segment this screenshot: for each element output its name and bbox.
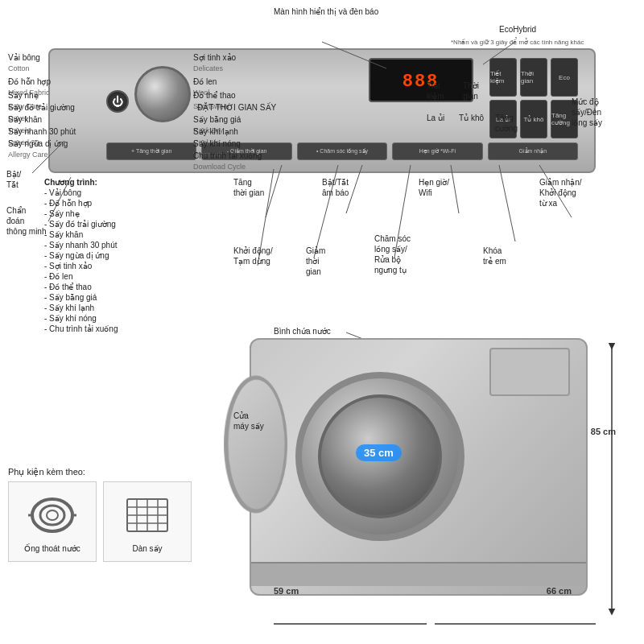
ong-thoat-label: Ống thoát nước — [24, 544, 80, 553]
bat-tat-label: Bật/Tắt — [6, 169, 21, 190]
tang-cuong-label: Tăngcường — [495, 113, 518, 134]
eco-hybrid-label: EcoHybrid — [499, 24, 536, 35]
door-open — [224, 367, 287, 522]
vai-bong-label: Vải bôngCotton — [8, 52, 40, 74]
machine-section: 35 cm 85 cm 59 cm 66 cm — [225, 314, 620, 612]
accessories-title: Phụ kiện kèm theo: — [8, 467, 217, 477]
muc-do-say-label: Mức độsấy/Đènlồng sấy — [572, 97, 602, 128]
ong-thoat-icon — [24, 491, 80, 539]
tiet-kiem-btn[interactable]: Tiết kiệm — [489, 58, 517, 97]
hen-gio-label: Hẹn giờ/Wifi — [419, 177, 449, 198]
tang-tg-btn[interactable]: + Tăng thời gian — [106, 142, 196, 160]
bottom-btn-row: + Tăng thời gian - Giảm thời gian • Chăm… — [106, 139, 578, 163]
chu-trinh-label: Chu trình tải xuốngDownload Cycle — [193, 151, 262, 172]
dan-say-svg — [123, 495, 171, 535]
hen-gio-btn[interactable]: Hẹn giờ *Wi-Fi — [392, 142, 482, 160]
control-panel: 888 Tiết kiệm Thời gian Eco La ủi Tủ khô… — [48, 48, 596, 173]
power-button[interactable] — [106, 90, 129, 113]
svg-point-18 — [40, 506, 64, 525]
thoi-gian-label: Thờigian — [463, 80, 479, 101]
machine-body: 35 cm — [250, 338, 588, 596]
main-container: 888 Tiết kiệm Thời gian Eco La ủi Tủ khô… — [0, 0, 644, 644]
cua-may-say-label: Cửamáy sấy — [233, 411, 264, 431]
tang-tg-label: Tăngthời gian — [233, 177, 264, 198]
dan-say-label: Dàn sấy — [132, 544, 162, 553]
display-panel: 888 — [369, 58, 473, 102]
water-container — [489, 348, 570, 396]
chuong-trinh-label: Chương trình: - Vải bông - Đồ hỗn hợp - … — [44, 177, 205, 334]
eco-btn[interactable]: Eco — [551, 58, 578, 97]
svg-line-10 — [499, 165, 515, 242]
say-ngua-label: Sấy ngừa dị ứngAllergy Care — [8, 138, 68, 160]
chan-doan-label: Chẩnđoánthông minh — [6, 205, 46, 237]
tu-kho-btn[interactable]: Tủ khô — [520, 100, 547, 138]
accessories-section: Phụ kiện kèm theo: Ống thoát nước — [8, 467, 217, 596]
svg-point-17 — [32, 499, 72, 531]
depth-dim: 66 cm — [547, 586, 572, 596]
program-dial[interactable] — [134, 66, 191, 122]
cham-soc-label: Chăm sóclồng sấy/Rửa bộngưng tụ — [374, 233, 411, 275]
acc-item-dan-say: Dàn sấy — [103, 481, 192, 562]
machine-bottom — [251, 562, 586, 586]
svg-point-19 — [47, 510, 58, 520]
note-label: *Nhấn và giữ 3 giây để mở các tính năng … — [451, 39, 584, 47]
khoa-tre-em-label: Khóatrẻ em — [483, 246, 506, 266]
dan-say-icon — [119, 491, 175, 539]
giam-nhan-label: Giảm nhận/Khởi độngtừ xa — [539, 177, 582, 208]
khoi-dong-label: Khởi động/Tạm dừng — [233, 246, 273, 266]
accessories-items: Ống thoát nước Dàn sấy — [8, 481, 217, 562]
cham-soc-btn[interactable]: • Chăm sóc lồng sấy — [297, 142, 387, 160]
giam-nhan-btn[interactable]: Giảm nhận — [488, 142, 578, 160]
binh-chua-nuoc-label: Bình chứa nước — [274, 326, 331, 336]
acc-item-ong-thoat-nuoc: Ống thoát nước — [8, 481, 97, 562]
thoi-gian-btn[interactable]: Thời gian — [520, 58, 547, 97]
giam-tg-label: Giảmthờigian — [306, 246, 325, 277]
la-ui-label: La ủi — [427, 113, 444, 123]
ong-thoat-svg — [28, 495, 76, 535]
height-dim: 85 cm — [591, 427, 616, 436]
man-hinh-label: Màn hình hiển thị và đèn báo — [274, 6, 378, 17]
bat-tat-am-bao-label: Bật/Tắtâm báo — [322, 177, 349, 198]
width-dim: 59 cm — [274, 586, 299, 596]
tiet-kiem-label: Tiếtkiệm — [427, 80, 444, 101]
soi-tinh-xao-label: Sợi tinh xảoDelicates — [193, 52, 236, 74]
drum-size-badge: 35 cm — [356, 444, 402, 461]
dat-thoi-gian-label: ĐẶT THỜI GIAN SẤY — [197, 102, 276, 113]
tu-kho-label: Tủ khô — [459, 113, 484, 123]
